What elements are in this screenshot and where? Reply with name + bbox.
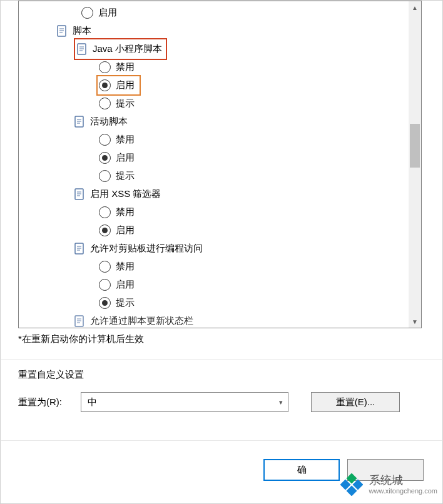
reset-label: 重置为(R): <box>18 396 69 408</box>
option-label: 启用 <box>116 149 135 167</box>
tree-item-clipboard[interactable]: 允许对剪贴板进行编程访问 <box>19 239 421 258</box>
tree-content: 启用 脚本 Java 小程序脚本 禁用 启用 <box>19 1 421 328</box>
tree-item-partial-bottom[interactable]: 允许通过脚本更新状态栏 <box>19 312 421 328</box>
option-label: 启用 <box>116 221 135 239</box>
radio-icon-checked <box>99 297 111 309</box>
settings-tree[interactable]: 启用 脚本 Java 小程序脚本 禁用 启用 <box>18 1 422 328</box>
radio-clipboard-prompt[interactable]: 提示 <box>19 294 421 312</box>
reset-group-title: 重置自定义设置 <box>18 369 422 381</box>
radio-icon <box>99 98 111 109</box>
item-label: Java 小程序脚本 <box>93 40 162 58</box>
tree-section-script[interactable]: 脚本 <box>19 22 421 40</box>
option-label: 禁用 <box>116 203 135 221</box>
highlight-orange-box: 启用 <box>96 75 141 96</box>
highlight-red-box: Java 小程序脚本 <box>74 38 167 60</box>
tree-item-xss-filter[interactable]: 启用 XSS 筛选器 <box>19 185 421 203</box>
radio-java-enable[interactable]: 启用 <box>19 76 421 94</box>
section-label: 脚本 <box>73 22 91 40</box>
select-value: 中 <box>88 396 97 408</box>
radio-icon <box>99 206 111 218</box>
vertical-scrollbar[interactable]: ▲ ▼ <box>409 1 421 328</box>
chevron-down-icon: ▾ <box>279 398 283 406</box>
radio-icon <box>99 134 111 146</box>
watermark-cn: 系统城 <box>369 475 437 487</box>
reset-level-select[interactable]: 中 ▾ <box>81 392 288 412</box>
scroll-up-arrow-icon[interactable]: ▲ <box>409 1 421 14</box>
script-icon <box>74 243 85 255</box>
option-label: 启用 <box>98 4 117 22</box>
radio-java-prompt[interactable]: 提示 <box>19 94 421 113</box>
button-label: 确 <box>297 464 307 476</box>
button-label: 重置(E)... <box>336 396 375 408</box>
radio-icon <box>99 61 111 73</box>
reset-custom-group: 重置自定义设置 重置为(R): 中 ▾ 重置(E)... <box>18 369 422 412</box>
option-label: 启用 <box>116 276 135 294</box>
script-icon <box>74 116 85 128</box>
tree-item-java-applet[interactable]: Java 小程序脚本 <box>19 40 421 58</box>
logo-icon <box>340 473 363 496</box>
restart-note: *在重新启动你的计算机后生效 <box>18 333 144 345</box>
radio-active-enable[interactable]: 启用 <box>19 149 421 167</box>
option-label: 提示 <box>116 294 135 312</box>
item-label: 允许通过脚本更新状态栏 <box>90 312 193 328</box>
radio-icon <box>99 170 111 182</box>
option-label: 禁用 <box>116 258 135 276</box>
radio-icon <box>99 279 111 291</box>
script-icon <box>76 43 88 56</box>
radio-clipboard-enable[interactable]: 启用 <box>19 276 421 294</box>
divider <box>1 360 442 360</box>
option-label: 禁用 <box>116 58 135 76</box>
option-label: 禁用 <box>116 131 135 149</box>
radio-icon-checked <box>99 79 111 91</box>
radio-icon <box>99 261 111 273</box>
watermark-text: 系统城 www.xitongcheng.com <box>369 475 437 495</box>
scroll-thumb[interactable] <box>410 124 420 168</box>
watermark: 系统城 www.xitongcheng.com <box>340 473 437 496</box>
watermark-en: www.xitongcheng.com <box>369 487 437 495</box>
radio-clipboard-disable[interactable]: 禁用 <box>19 258 421 276</box>
option-label: 提示 <box>116 94 135 113</box>
item-label: 活动脚本 <box>90 113 128 131</box>
radio-active-prompt[interactable]: 提示 <box>19 167 421 185</box>
radio-xss-enable[interactable]: 启用 <box>19 221 421 239</box>
radio-icon <box>81 7 93 19</box>
tree-item-active-script[interactable]: 活动脚本 <box>19 113 421 131</box>
radio-icon-checked <box>99 224 111 236</box>
radio-active-disable[interactable]: 禁用 <box>19 131 421 149</box>
script-icon <box>74 315 85 328</box>
radio-option-partial-top[interactable]: 启用 <box>19 4 421 22</box>
ok-button[interactable]: 确 <box>263 459 340 481</box>
option-label: 启用 <box>116 76 135 94</box>
divider <box>1 440 442 441</box>
reset-button[interactable]: 重置(E)... <box>311 392 400 412</box>
radio-icon-checked <box>99 152 111 164</box>
option-label: 提示 <box>116 167 135 185</box>
script-icon <box>74 188 85 201</box>
script-icon <box>56 25 68 38</box>
radio-xss-disable[interactable]: 禁用 <box>19 203 421 221</box>
scroll-down-arrow-icon[interactable]: ▼ <box>409 315 421 328</box>
item-label: 允许对剪贴板进行编程访问 <box>90 239 203 258</box>
item-label: 启用 XSS 筛选器 <box>90 185 161 203</box>
radio-java-disable[interactable]: 禁用 <box>19 58 421 76</box>
